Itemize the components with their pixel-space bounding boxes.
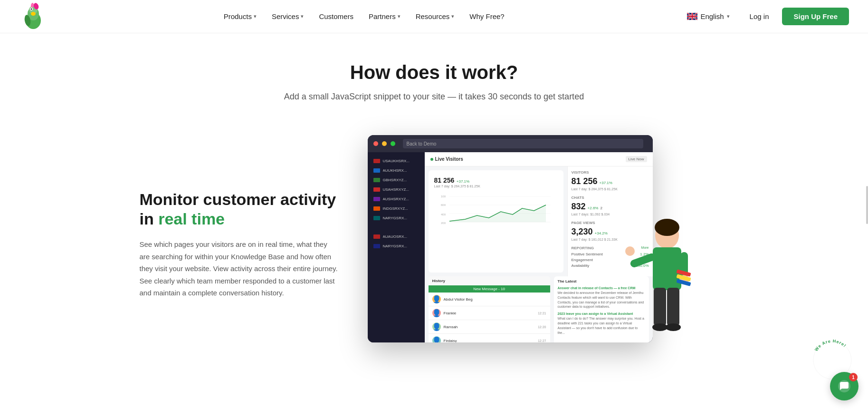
browser-dot-yellow (382, 141, 387, 146)
visitors-chart: 81 256 +37.1% Last 7 day: $ 264,375 $ 81… (429, 170, 563, 273)
login-link[interactable]: Log in (744, 9, 775, 24)
dashboard-body: USAUKHSRX... AUUKHSRX... GBHSRXYZ... (368, 152, 653, 342)
hero-title: How does it work? (10, 62, 858, 83)
svg-rect-30 (629, 252, 656, 268)
svg-point-5 (31, 8, 32, 10)
monitor-title: Monitor customer activity in real time (140, 190, 339, 229)
flag-icon (373, 178, 380, 182)
flag-icon (373, 206, 380, 211)
svg-text:We Are Here!: We Are Here! (814, 339, 847, 352)
live-visitors-title: Live Visitors (430, 156, 463, 162)
monitor-description: See which pages your visitors are on in … (140, 238, 339, 299)
flag-icon (373, 159, 380, 163)
nav-why-free[interactable]: Why Free? (463, 9, 511, 24)
svg-text:100: 100 (441, 195, 446, 198)
avatar: 👤 (432, 322, 441, 331)
dashboard-frame: Back to Demo USAUKHSRX... AUUKHSRX... (368, 135, 653, 342)
svg-point-28 (655, 219, 679, 236)
avatar: 👤 (432, 295, 441, 303)
svg-rect-29 (653, 247, 681, 290)
history-row: 👤 Firdaisy 12:27 (429, 334, 550, 342)
live-indicator-icon (430, 158, 433, 161)
history-row: 👤 Abdul Visitor Beg (429, 293, 550, 306)
flag-icon (373, 168, 380, 173)
browser-url-bar: Back to Demo (403, 139, 643, 148)
sidebar-item: AUAUOSRX... (370, 232, 423, 241)
nav-resources[interactable]: Resources ▾ (409, 9, 461, 24)
navbar: Products ▾ Services ▾ Customers Partners… (0, 0, 868, 33)
history-panel: History New Message - 10 👤 Abdul Visitor… (429, 276, 550, 342)
sidebar-item: NARYGSRX... (370, 214, 423, 223)
logo-link[interactable] (19, 2, 48, 31)
sidebar-item: USAUKHSRX... (370, 156, 423, 166)
browser-dot-green (391, 141, 395, 146)
svg-text:200: 200 (441, 222, 446, 225)
screenshot-column: Back to Demo USAUKHSRX... AUUKHSRX... (368, 135, 729, 354)
svg-point-40 (666, 323, 681, 331)
panel-controls: Live Now (626, 156, 647, 162)
language-selector[interactable]: English ▾ (680, 9, 736, 24)
avatar: 👤 (432, 336, 441, 342)
flag-icon (373, 187, 380, 192)
avatar: 👤 (432, 309, 441, 317)
resources-chevron-icon: ▾ (451, 13, 454, 20)
browser-bar: Back to Demo (368, 135, 653, 152)
svg-rect-37 (654, 288, 666, 326)
nav-partners[interactable]: Partners ▾ (362, 9, 407, 24)
panel-header: Live Visitors Live Now (425, 152, 653, 166)
nav-right: English ▾ Log in Sign Up Free (680, 8, 849, 25)
sidebar-item: GBHSRXYZ... (370, 176, 423, 185)
nav-products[interactable]: Products ▾ (217, 9, 263, 24)
new-message-bar[interactable]: New Message - 10 (429, 285, 550, 293)
history-row: 👤 Ramsah 12:20 (429, 320, 550, 334)
svg-point-3 (31, 12, 36, 16)
flag-icon (373, 197, 380, 201)
dashboard-sidebar: USAUKHSRX... AUUKHSRX... GBHSRXYZ... (368, 152, 425, 342)
flag-icon (373, 216, 380, 220)
chat-icon (838, 380, 851, 382)
flag-icon (373, 234, 380, 239)
visitors-right-stat: Visitors 81 256 +37.1% Last 7 day: $ 264… (572, 170, 649, 191)
nav-links: Products ▾ Services ▾ Customers Partners… (217, 9, 511, 24)
history-header: History (429, 276, 550, 285)
visitors-stat: 81 256 +37.1% Last 7 day: $ 264,375 $ 81… (434, 176, 480, 188)
line-chart: 100 600 400 200 (434, 192, 558, 230)
partners-chevron-icon: ▾ (398, 13, 401, 20)
svg-point-39 (652, 323, 668, 331)
svg-rect-38 (667, 288, 679, 326)
hero-section: How does it work? Add a small JavaScript… (0, 33, 868, 116)
sidebar-item: NARYGSRX... (370, 242, 423, 251)
flag-icon (373, 244, 380, 248)
svg-text:400: 400 (441, 213, 446, 216)
live-now-button[interactable]: Live Now (626, 156, 647, 162)
content-section: Monitor customer activity in real time S… (102, 116, 767, 382)
text-column: Monitor customer activity in real time S… (140, 190, 339, 299)
sidebar-item: USAHSRXYZ... (370, 185, 423, 194)
browser-url-text: Back to Demo (407, 141, 437, 146)
chart-svg-wrapper: 100 600 400 200 (434, 192, 558, 230)
character-figure (615, 209, 710, 371)
svg-text:600: 600 (441, 204, 446, 206)
history-row: 👤 Frankie 12:21 (429, 306, 550, 320)
browser-dot-red (373, 141, 378, 146)
scrollbar[interactable] (866, 186, 868, 224)
services-chevron-icon: ▾ (301, 13, 304, 20)
products-chevron-icon: ▾ (254, 13, 257, 20)
nav-customers[interactable]: Customers (312, 9, 360, 24)
hero-subtitle: Add a small JavaScript snippet to your s… (268, 92, 601, 102)
flag-uk-icon (687, 13, 697, 20)
language-chevron-icon: ▾ (727, 13, 730, 20)
sidebar-item: AUUKHSRX... (370, 166, 423, 175)
chart-stats: 81 256 +37.1% Last 7 day: $ 264,375 $ 81… (434, 176, 558, 188)
signup-button[interactable]: Sign Up Free (782, 8, 849, 25)
nav-services[interactable]: Services ▾ (265, 9, 311, 24)
dashboard-wrapper: Back to Demo USAUKHSRX... AUUKHSRX... (368, 135, 662, 342)
sidebar-item: INDGSRXYZ... (370, 204, 423, 213)
chat-badge-count: 1 (849, 373, 858, 381)
sidebar-item: AUSHSRXYZ... (370, 195, 423, 204)
svg-point-31 (625, 246, 635, 256)
